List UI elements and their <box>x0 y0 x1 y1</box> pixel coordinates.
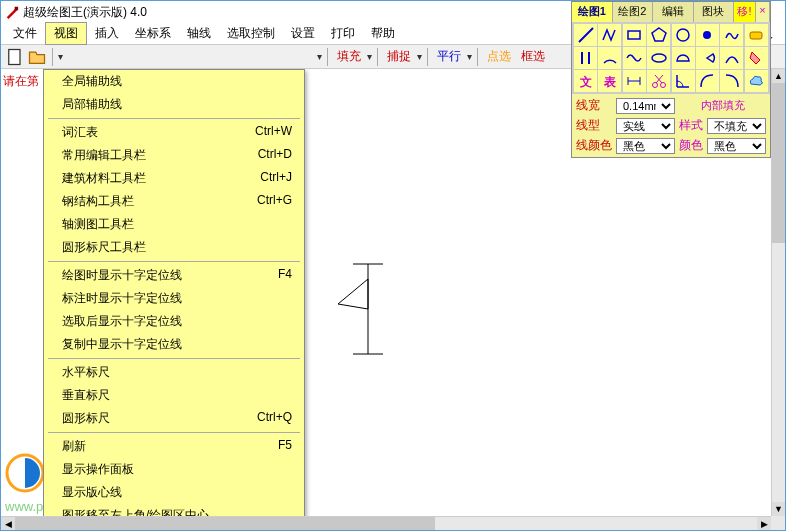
menu-show-panel[interactable]: 显示操作面板 <box>44 458 304 481</box>
tool-arc[interactable] <box>598 47 621 69</box>
tool-table[interactable]: 表 <box>598 70 621 92</box>
box-select-label[interactable]: 框选 <box>517 48 549 65</box>
linestyle-select[interactable]: 实线 <box>616 118 675 134</box>
palette-tools: 文 表 <box>572 22 770 94</box>
horizontal-scrollbar[interactable]: ◀ ▶ <box>1 516 771 530</box>
dropdown-arrow[interactable]: ▾ <box>58 51 63 62</box>
tool-arc2[interactable] <box>696 70 719 92</box>
snap-label[interactable]: 捕捉 <box>383 48 415 65</box>
separator <box>327 48 328 66</box>
fillstyle-select[interactable]: 不填充 <box>707 118 766 134</box>
separator <box>477 48 478 66</box>
menu-vocab[interactable]: 词汇表Ctrl+W <box>44 121 304 144</box>
menu-refresh[interactable]: 刷新F5 <box>44 435 304 458</box>
svg-point-8 <box>677 29 689 41</box>
parallel-label[interactable]: 平行 <box>433 48 465 65</box>
menu-common-toolbar[interactable]: 常用编辑工具栏Ctrl+D <box>44 144 304 167</box>
tool-dimension[interactable] <box>623 70 646 92</box>
palette-tab-edit[interactable]: 编辑 <box>653 2 694 22</box>
menu-axon-toolbar[interactable]: 轴测图工具栏 <box>44 213 304 236</box>
menu-help[interactable]: 帮助 <box>363 23 403 44</box>
fillstyle-label: 样式 <box>679 117 703 134</box>
app-title: 超级绘图王(演示版) 4.0 <box>23 4 147 21</box>
menu-move-topleft[interactable]: 图形移至左上角/绘图区中心 <box>44 504 304 516</box>
tool-freehand[interactable] <box>720 24 743 46</box>
menu-vruler[interactable]: 垂直标尺 <box>44 384 304 407</box>
menu-crosshair-annotate[interactable]: 标注时显示十字定位线 <box>44 287 304 310</box>
scroll-thumb[interactable] <box>772 83 785 243</box>
tool-polygon[interactable] <box>647 24 670 46</box>
svg-line-5 <box>579 28 593 42</box>
menu-steel-toolbar[interactable]: 钢结构工具栏Ctrl+G <box>44 190 304 213</box>
menu-show-margin[interactable]: 显示版心线 <box>44 481 304 504</box>
vertical-scrollbar[interactable]: ▲ ▼ <box>771 69 785 516</box>
scroll-left-button[interactable]: ◀ <box>1 517 15 530</box>
menu-crosshair-draw[interactable]: 绘图时显示十字定位线F4 <box>44 264 304 287</box>
linecolor-select[interactable]: 黑色 <box>616 138 675 154</box>
menu-separator <box>48 261 300 262</box>
svg-point-19 <box>652 83 657 88</box>
tool-fill[interactable] <box>745 47 768 69</box>
tool-halfcircle[interactable] <box>672 47 695 69</box>
tool-ellipse[interactable] <box>647 47 670 69</box>
scroll-thumb[interactable] <box>15 517 435 530</box>
menu-separator <box>48 432 300 433</box>
scroll-right-button[interactable]: ▶ <box>757 517 771 530</box>
new-button[interactable] <box>5 47 25 67</box>
menu-separator <box>48 118 300 119</box>
svg-point-20 <box>660 83 665 88</box>
menu-local-guides[interactable]: 局部辅助线 <box>44 93 304 116</box>
tool-cloud[interactable] <box>745 70 768 92</box>
menu-crosshair-select[interactable]: 选取后显示十字定位线 <box>44 310 304 333</box>
menu-view[interactable]: 视图 <box>45 22 87 45</box>
tool-rect[interactable] <box>623 24 646 46</box>
tool-curve2[interactable] <box>720 47 743 69</box>
menu-global-guides[interactable]: 全局辅助线 <box>44 70 304 93</box>
tool-line[interactable] <box>574 24 597 46</box>
linewidth-select[interactable]: 0.14mm <box>616 98 675 114</box>
menu-crosshair-copy[interactable]: 复制中显示十字定位线 <box>44 333 304 356</box>
menu-cruler[interactable]: 圆形标尺Ctrl+Q <box>44 407 304 430</box>
tool-arc3[interactable] <box>720 70 743 92</box>
palette-move[interactable]: 移! <box>734 2 756 22</box>
menu-circle-ruler-toolbar[interactable]: 圆形标尺工具栏 <box>44 236 304 259</box>
fill-label[interactable]: 填充 <box>333 48 365 65</box>
svg-rect-0 <box>15 7 19 11</box>
palette-tab-draw1[interactable]: 绘图1 <box>572 2 613 22</box>
palette-options: 线宽 0.14mm 内部填充 线型 实线 样式 不填充 线颜色 黑色 颜色 黑色 <box>572 94 770 157</box>
menu-print[interactable]: 打印 <box>323 23 363 44</box>
tool-sector[interactable] <box>696 47 719 69</box>
tool-angle[interactable] <box>672 70 695 92</box>
menu-hruler[interactable]: 水平标尺 <box>44 361 304 384</box>
palette-tab-block[interactable]: 图块 <box>694 2 735 22</box>
scroll-down-button[interactable]: ▼ <box>772 502 785 516</box>
dropdown-2[interactable]: ▾ <box>317 51 322 62</box>
palette-tabs: 绘图1 绘图2 编辑 图块 移! × <box>572 2 770 22</box>
point-select-label[interactable]: 点选 <box>483 48 515 65</box>
scroll-up-button[interactable]: ▲ <box>772 69 785 83</box>
palette-tab-draw2[interactable]: 绘图2 <box>613 2 654 22</box>
linecolor-label: 线颜色 <box>576 137 612 154</box>
tool-eraser[interactable] <box>745 24 768 46</box>
fillcolor-select[interactable]: 黑色 <box>707 138 766 154</box>
palette-close[interactable]: × <box>756 2 770 22</box>
menu-axis[interactable]: 轴线 <box>179 23 219 44</box>
tool-wave[interactable] <box>623 47 646 69</box>
separator <box>427 48 428 66</box>
tool-cut[interactable] <box>647 70 670 92</box>
menu-insert[interactable]: 插入 <box>87 23 127 44</box>
inner-fill-title: 内部填充 <box>679 98 766 113</box>
menu-settings[interactable]: 设置 <box>283 23 323 44</box>
menu-coord[interactable]: 坐标系 <box>127 23 179 44</box>
svg-point-9 <box>703 31 711 39</box>
tool-dot[interactable] <box>696 24 719 46</box>
menu-building-toolbar[interactable]: 建筑材料工具栏Ctrl+J <box>44 167 304 190</box>
left-hint: 请在第 <box>1 69 43 516</box>
tool-text[interactable]: 文 <box>574 70 597 92</box>
menu-file[interactable]: 文件 <box>5 23 45 44</box>
tool-parallel[interactable] <box>574 47 597 69</box>
tool-polyline[interactable] <box>598 24 621 46</box>
open-button[interactable] <box>27 47 47 67</box>
menu-select[interactable]: 选取控制 <box>219 23 283 44</box>
tool-circle[interactable] <box>672 24 695 46</box>
